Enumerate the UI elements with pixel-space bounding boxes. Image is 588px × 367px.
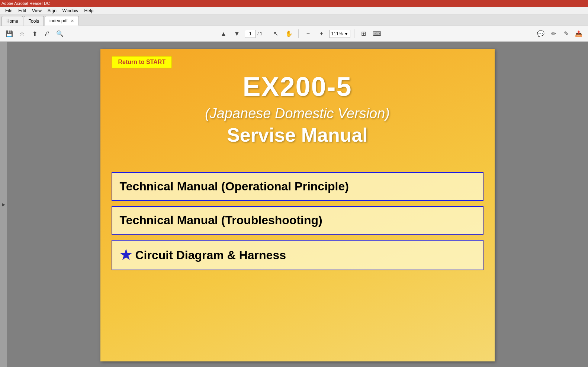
- toolbar-right: 💬 ✏ ✎ 📤: [535, 29, 584, 39]
- save-button[interactable]: 💾: [4, 29, 15, 39]
- keyboard-button[interactable]: ⌨: [372, 29, 383, 39]
- zoom-in-icon: +: [320, 30, 323, 37]
- separator-2: [298, 29, 299, 38]
- page-navigation: / 1: [245, 30, 262, 38]
- share-button[interactable]: 📤: [573, 29, 584, 39]
- main-area: ▶ Return to START EX200-5 (Japanese Dome…: [0, 42, 588, 367]
- menu-edit[interactable]: Edit: [15, 7, 29, 14]
- pen-icon: ✏: [551, 30, 556, 37]
- subtitle-manual: Servise Manual: [100, 124, 495, 146]
- hand-icon: ✋: [285, 30, 293, 37]
- share-icon: 📤: [575, 30, 582, 37]
- prev-page-button[interactable]: ▲: [218, 29, 229, 39]
- upload-button[interactable]: ⬆: [29, 29, 40, 39]
- upload-icon: ⬆: [32, 30, 37, 37]
- bookmark-icon: ☆: [19, 30, 25, 37]
- highlight-button[interactable]: ✎: [560, 29, 572, 39]
- prev-page-icon: ▲: [221, 30, 226, 37]
- page-number-input[interactable]: [245, 30, 256, 38]
- pen-button[interactable]: ✏: [548, 29, 559, 39]
- link-troubleshooting-text: Technical Manual (Troubleshooting): [120, 213, 322, 227]
- menu-help[interactable]: Help: [81, 7, 97, 14]
- link-operational-principle[interactable]: Technical Manual (Operational Principle): [112, 172, 483, 201]
- return-to-start-button[interactable]: Return to START: [112, 56, 173, 68]
- separator-1: [266, 29, 266, 38]
- tab-tools[interactable]: Tools: [24, 16, 44, 26]
- hand-tool-button[interactable]: ✋: [283, 29, 295, 39]
- select-icon: ⊞: [361, 30, 366, 37]
- menu-file[interactable]: File: [2, 7, 15, 14]
- link-circuit-diagram-text: Circuit Diagram & Harness: [135, 248, 286, 262]
- print-button[interactable]: 🖨: [42, 29, 53, 39]
- link-operational-principle-text: Technical Manual (Operational Principle): [120, 180, 349, 193]
- tab-bar: Home Tools index.pdf ✕: [0, 15, 588, 26]
- next-page-icon: ▼: [234, 30, 240, 37]
- title-bar-text: Adobe Acrobat Reader DC: [1, 1, 50, 6]
- zoom-in-button[interactable]: +: [316, 29, 327, 39]
- toggle-chevron-icon: ▶: [2, 202, 5, 207]
- highlight-icon: ✎: [564, 30, 569, 37]
- search-button[interactable]: 🔍: [54, 29, 65, 39]
- pdf-page: Return to START EX200-5 (Japanese Domest…: [100, 49, 495, 361]
- save-icon: 💾: [6, 30, 13, 37]
- star-icon: ★: [120, 247, 132, 263]
- comment-icon: 💬: [537, 30, 544, 37]
- bookmark-button[interactable]: ☆: [16, 29, 28, 39]
- separator-3: [354, 29, 354, 38]
- page-total: / 1: [257, 31, 262, 36]
- next-page-button[interactable]: ▼: [231, 29, 242, 39]
- zoom-level-text: 111%: [331, 31, 343, 36]
- tab-home[interactable]: Home: [1, 16, 23, 26]
- cursor-icon: ↖: [273, 30, 278, 37]
- zoom-dropdown-icon: ▼: [344, 31, 348, 36]
- links-section: Technical Manual (Operational Principle)…: [100, 161, 495, 281]
- menu-bar: File Edit View Sign Window Help: [0, 7, 588, 15]
- menu-sign[interactable]: Sign: [45, 7, 60, 14]
- search-icon: 🔍: [56, 30, 64, 37]
- select-tool-button[interactable]: ⊞: [358, 29, 369, 39]
- tab-active-file[interactable]: index.pdf ✕: [45, 16, 79, 26]
- zoom-out-icon: −: [306, 30, 310, 37]
- keyboard-icon: ⌨: [373, 30, 381, 37]
- cursor-tool-button[interactable]: ↖: [270, 29, 281, 39]
- menu-view[interactable]: View: [29, 7, 45, 14]
- toolbar: 💾 ☆ ⬆ 🖨 🔍 ▲ ▼ / 1 ↖ ✋ −: [0, 26, 588, 42]
- side-panel-toggle[interactable]: ▶: [0, 42, 7, 367]
- menu-window[interactable]: Window: [60, 7, 81, 14]
- subtitle-version: (Japanese Domestic Version): [100, 106, 495, 122]
- toolbar-center: ▲ ▼ / 1 ↖ ✋ − + 111% ▼ ⊞: [67, 29, 534, 39]
- zoom-level-display[interactable]: 111% ▼: [329, 30, 350, 38]
- title-bar: Adobe Acrobat Reader DC: [0, 0, 588, 7]
- link-circuit-diagram[interactable]: ★ Circuit Diagram & Harness: [112, 240, 483, 270]
- print-icon: 🖨: [44, 30, 50, 37]
- tab-close-icon[interactable]: ✕: [71, 19, 74, 23]
- link-troubleshooting[interactable]: Technical Manual (Troubleshooting): [112, 206, 483, 235]
- zoom-out-button[interactable]: −: [302, 29, 314, 39]
- main-title: EX200-5: [100, 71, 495, 102]
- pdf-area: Return to START EX200-5 (Japanese Domest…: [7, 42, 588, 367]
- comment-button[interactable]: 💬: [535, 29, 546, 39]
